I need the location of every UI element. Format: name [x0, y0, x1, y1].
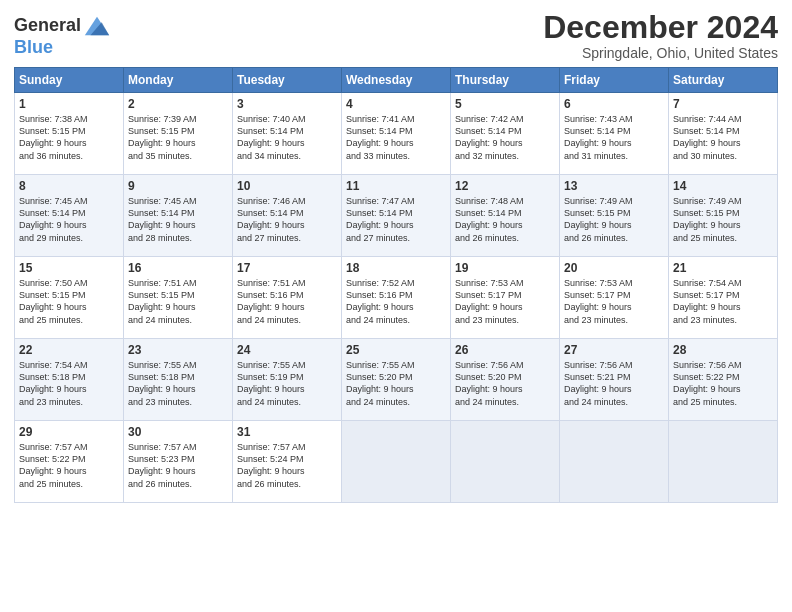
day-number: 14 — [673, 179, 773, 193]
header-day-sunday: Sunday — [15, 68, 124, 93]
day-cell-24: 24Sunrise: 7:55 AM Sunset: 5:19 PM Dayli… — [233, 339, 342, 421]
day-info: Sunrise: 7:44 AM Sunset: 5:14 PM Dayligh… — [673, 113, 773, 162]
day-number: 1 — [19, 97, 119, 111]
day-number: 27 — [564, 343, 664, 357]
day-cell-22: 22Sunrise: 7:54 AM Sunset: 5:18 PM Dayli… — [15, 339, 124, 421]
day-cell-25: 25Sunrise: 7:55 AM Sunset: 5:20 PM Dayli… — [342, 339, 451, 421]
day-number: 31 — [237, 425, 337, 439]
day-cell-28: 28Sunrise: 7:56 AM Sunset: 5:22 PM Dayli… — [669, 339, 778, 421]
day-info: Sunrise: 7:39 AM Sunset: 5:15 PM Dayligh… — [128, 113, 228, 162]
day-number: 26 — [455, 343, 555, 357]
day-number: 2 — [128, 97, 228, 111]
day-cell-26: 26Sunrise: 7:56 AM Sunset: 5:20 PM Dayli… — [451, 339, 560, 421]
day-info: Sunrise: 7:40 AM Sunset: 5:14 PM Dayligh… — [237, 113, 337, 162]
logo: General Blue — [14, 14, 111, 58]
day-info: Sunrise: 7:54 AM Sunset: 5:18 PM Dayligh… — [19, 359, 119, 408]
day-info: Sunrise: 7:54 AM Sunset: 5:17 PM Dayligh… — [673, 277, 773, 326]
header-day-tuesday: Tuesday — [233, 68, 342, 93]
day-number: 25 — [346, 343, 446, 357]
day-info: Sunrise: 7:49 AM Sunset: 5:15 PM Dayligh… — [673, 195, 773, 244]
day-number: 7 — [673, 97, 773, 111]
day-number: 4 — [346, 97, 446, 111]
header-day-wednesday: Wednesday — [342, 68, 451, 93]
day-cell-17: 17Sunrise: 7:51 AM Sunset: 5:16 PM Dayli… — [233, 257, 342, 339]
day-cell-21: 21Sunrise: 7:54 AM Sunset: 5:17 PM Dayli… — [669, 257, 778, 339]
empty-cell — [669, 421, 778, 503]
calendar-table: SundayMondayTuesdayWednesdayThursdayFrid… — [14, 67, 778, 503]
day-number: 18 — [346, 261, 446, 275]
day-cell-13: 13Sunrise: 7:49 AM Sunset: 5:15 PM Dayli… — [560, 175, 669, 257]
header-row: General Blue December 2024 Springdale, O… — [14, 10, 778, 61]
day-cell-8: 8Sunrise: 7:45 AM Sunset: 5:14 PM Daylig… — [15, 175, 124, 257]
day-info: Sunrise: 7:56 AM Sunset: 5:21 PM Dayligh… — [564, 359, 664, 408]
day-info: Sunrise: 7:51 AM Sunset: 5:16 PM Dayligh… — [237, 277, 337, 326]
day-info: Sunrise: 7:53 AM Sunset: 5:17 PM Dayligh… — [564, 277, 664, 326]
day-number: 30 — [128, 425, 228, 439]
week-row-2: 8Sunrise: 7:45 AM Sunset: 5:14 PM Daylig… — [15, 175, 778, 257]
day-number: 8 — [19, 179, 119, 193]
empty-cell — [342, 421, 451, 503]
day-number: 3 — [237, 97, 337, 111]
day-cell-19: 19Sunrise: 7:53 AM Sunset: 5:17 PM Dayli… — [451, 257, 560, 339]
logo-blue-text: Blue — [14, 37, 53, 57]
day-number: 24 — [237, 343, 337, 357]
day-info: Sunrise: 7:45 AM Sunset: 5:14 PM Dayligh… — [19, 195, 119, 244]
day-number: 15 — [19, 261, 119, 275]
day-info: Sunrise: 7:49 AM Sunset: 5:15 PM Dayligh… — [564, 195, 664, 244]
empty-cell — [451, 421, 560, 503]
empty-cell — [560, 421, 669, 503]
week-row-5: 29Sunrise: 7:57 AM Sunset: 5:22 PM Dayli… — [15, 421, 778, 503]
day-cell-4: 4Sunrise: 7:41 AM Sunset: 5:14 PM Daylig… — [342, 93, 451, 175]
day-cell-20: 20Sunrise: 7:53 AM Sunset: 5:17 PM Dayli… — [560, 257, 669, 339]
day-info: Sunrise: 7:42 AM Sunset: 5:14 PM Dayligh… — [455, 113, 555, 162]
header-day-monday: Monday — [124, 68, 233, 93]
day-info: Sunrise: 7:46 AM Sunset: 5:14 PM Dayligh… — [237, 195, 337, 244]
day-cell-3: 3Sunrise: 7:40 AM Sunset: 5:14 PM Daylig… — [233, 93, 342, 175]
day-number: 29 — [19, 425, 119, 439]
day-info: Sunrise: 7:38 AM Sunset: 5:15 PM Dayligh… — [19, 113, 119, 162]
day-cell-31: 31Sunrise: 7:57 AM Sunset: 5:24 PM Dayli… — [233, 421, 342, 503]
day-info: Sunrise: 7:57 AM Sunset: 5:22 PM Dayligh… — [19, 441, 119, 490]
header-day-thursday: Thursday — [451, 68, 560, 93]
day-info: Sunrise: 7:43 AM Sunset: 5:14 PM Dayligh… — [564, 113, 664, 162]
day-cell-18: 18Sunrise: 7:52 AM Sunset: 5:16 PM Dayli… — [342, 257, 451, 339]
day-info: Sunrise: 7:56 AM Sunset: 5:20 PM Dayligh… — [455, 359, 555, 408]
day-number: 28 — [673, 343, 773, 357]
calendar-body: 1Sunrise: 7:38 AM Sunset: 5:15 PM Daylig… — [15, 93, 778, 503]
day-cell-16: 16Sunrise: 7:51 AM Sunset: 5:15 PM Dayli… — [124, 257, 233, 339]
day-cell-12: 12Sunrise: 7:48 AM Sunset: 5:14 PM Dayli… — [451, 175, 560, 257]
day-cell-1: 1Sunrise: 7:38 AM Sunset: 5:15 PM Daylig… — [15, 93, 124, 175]
day-info: Sunrise: 7:56 AM Sunset: 5:22 PM Dayligh… — [673, 359, 773, 408]
day-cell-7: 7Sunrise: 7:44 AM Sunset: 5:14 PM Daylig… — [669, 93, 778, 175]
day-info: Sunrise: 7:51 AM Sunset: 5:15 PM Dayligh… — [128, 277, 228, 326]
day-cell-5: 5Sunrise: 7:42 AM Sunset: 5:14 PM Daylig… — [451, 93, 560, 175]
day-cell-6: 6Sunrise: 7:43 AM Sunset: 5:14 PM Daylig… — [560, 93, 669, 175]
day-number: 23 — [128, 343, 228, 357]
day-number: 17 — [237, 261, 337, 275]
day-number: 10 — [237, 179, 337, 193]
week-row-1: 1Sunrise: 7:38 AM Sunset: 5:15 PM Daylig… — [15, 93, 778, 175]
day-number: 5 — [455, 97, 555, 111]
day-cell-9: 9Sunrise: 7:45 AM Sunset: 5:14 PM Daylig… — [124, 175, 233, 257]
logo-text: General — [14, 16, 81, 36]
day-info: Sunrise: 7:45 AM Sunset: 5:14 PM Dayligh… — [128, 195, 228, 244]
week-row-4: 22Sunrise: 7:54 AM Sunset: 5:18 PM Dayli… — [15, 339, 778, 421]
day-info: Sunrise: 7:41 AM Sunset: 5:14 PM Dayligh… — [346, 113, 446, 162]
day-info: Sunrise: 7:57 AM Sunset: 5:24 PM Dayligh… — [237, 441, 337, 490]
calendar-header: SundayMondayTuesdayWednesdayThursdayFrid… — [15, 68, 778, 93]
day-info: Sunrise: 7:47 AM Sunset: 5:14 PM Dayligh… — [346, 195, 446, 244]
day-info: Sunrise: 7:50 AM Sunset: 5:15 PM Dayligh… — [19, 277, 119, 326]
subtitle: Springdale, Ohio, United States — [543, 45, 778, 61]
calendar-container: General Blue December 2024 Springdale, O… — [0, 0, 792, 513]
day-info: Sunrise: 7:55 AM Sunset: 5:18 PM Dayligh… — [128, 359, 228, 408]
day-cell-23: 23Sunrise: 7:55 AM Sunset: 5:18 PM Dayli… — [124, 339, 233, 421]
day-info: Sunrise: 7:57 AM Sunset: 5:23 PM Dayligh… — [128, 441, 228, 490]
day-cell-11: 11Sunrise: 7:47 AM Sunset: 5:14 PM Dayli… — [342, 175, 451, 257]
day-info: Sunrise: 7:52 AM Sunset: 5:16 PM Dayligh… — [346, 277, 446, 326]
day-info: Sunrise: 7:55 AM Sunset: 5:20 PM Dayligh… — [346, 359, 446, 408]
header-day-friday: Friday — [560, 68, 669, 93]
logo-icon — [83, 14, 111, 38]
month-title: December 2024 — [543, 10, 778, 45]
day-cell-29: 29Sunrise: 7:57 AM Sunset: 5:22 PM Dayli… — [15, 421, 124, 503]
header-row-days: SundayMondayTuesdayWednesdayThursdayFrid… — [15, 68, 778, 93]
